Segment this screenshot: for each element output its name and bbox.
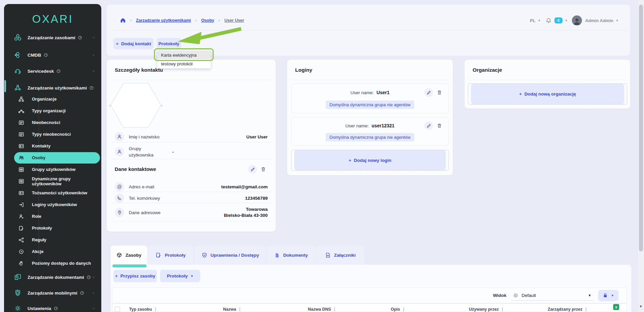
chevron-down-icon — [91, 53, 96, 57]
tab-label: Dokumenty — [283, 253, 308, 258]
sidebar-item-zarzadzanie-dokumentami[interactable]: Zarządzanie dokumentami — [4, 269, 101, 285]
scrollbar-thumb[interactable] — [639, 5, 643, 251]
divider — [468, 80, 627, 80]
sidebar-item-label: Protokoły — [32, 226, 52, 231]
sidebar-item-zarzadzanie-zasobami[interactable]: Zarządzanie zasobami — [4, 29, 101, 46]
contact-data-actions — [248, 165, 268, 174]
contact-details-card: Szczegóły kontaktu ‹ › Imię i nazwisko U… — [107, 60, 276, 232]
language-selector[interactable]: PL — [530, 18, 536, 23]
edit-icon[interactable] — [424, 121, 433, 130]
scrollbar[interactable]: ▼ — [638, 0, 644, 312]
column-header[interactable]: Używany przez⋮ — [469, 307, 504, 312]
headset-icon — [14, 67, 21, 75]
next-arrow-icon[interactable]: › — [161, 103, 162, 108]
notification-badge[interactable]: 0 — [554, 17, 562, 23]
menu-item-testowy-protokol[interactable]: testowy protokół — [157, 59, 211, 68]
tab-uprawnienia[interactable]: Uprawnienia / Dostępy — [195, 246, 266, 265]
gear-icon — [14, 305, 21, 312]
divider — [110, 80, 272, 80]
column-header[interactable]: Nazwa DNS⋮ — [308, 307, 336, 312]
username-label: User name: — [351, 90, 374, 95]
plus-icon: + — [115, 273, 118, 278]
gauge-icon — [54, 306, 58, 311]
caret-down-icon[interactable]: ▾ — [566, 19, 567, 22]
assign-assets-label: Przypisz zasoby — [120, 273, 155, 278]
sidebar-item-cmdb[interactable]: CMDB — [4, 47, 101, 63]
card-lines-icon — [18, 131, 24, 137]
caret-down-icon[interactable]: ▾ — [538, 19, 540, 22]
field-value: TowarowaBielsko-Biała 43-300 — [224, 206, 268, 219]
sidebar-item-akcje[interactable]: Akcje — [4, 246, 101, 257]
export-excel-icon[interactable]: x — [613, 304, 619, 310]
delete-icon[interactable] — [435, 121, 444, 130]
tab-protokoly[interactable]: Protokoły — [148, 246, 194, 265]
sidebar-item-nieobecnosci[interactable]: Nieobecności — [4, 117, 101, 128]
sidebar-item-label: Reguły — [32, 237, 46, 242]
column-header[interactable]: Nazwa⋮ — [223, 307, 241, 312]
tab-label: Uprawnienia / Dostępy — [211, 253, 259, 258]
home-icon[interactable] — [120, 17, 126, 23]
breadcrumb-link-osoby[interactable]: Osoby — [201, 18, 214, 23]
hex-cluster-icon — [14, 34, 21, 41]
column-menu-icon[interactable]: ⋮ — [333, 307, 336, 312]
protocols-button[interactable]: Protokoły — [157, 38, 181, 49]
sidebar-item-osoby[interactable]: Osoby — [4, 152, 101, 164]
person-role-icon — [18, 213, 24, 219]
sidebar-item-role[interactable]: Role — [4, 210, 101, 222]
caret-down-icon[interactable]: ▾ — [616, 19, 618, 22]
add-organization-button[interactable]: + Dodaj nową organizację — [471, 84, 624, 104]
sidebar-item-protokoly[interactable]: Protokoły — [4, 222, 101, 234]
active-tab-indicator — [112, 264, 147, 267]
sidebar-item-kontakty[interactable]: Kontakty — [4, 140, 101, 152]
breadcrumb-link-users[interactable]: Zarządzanie użytkownikami — [136, 18, 191, 23]
protocols-dropdown: Karta ewidencyjna testowy protokół — [157, 50, 211, 68]
field-value: - — [172, 149, 174, 154]
chevron-down-icon — [91, 291, 96, 295]
hexagon-avatar — [111, 82, 161, 128]
breadcrumb-separator: › — [219, 18, 220, 23]
column-header[interactable]: Zarządzany przez⋮ — [548, 307, 588, 312]
sidebar-item-typy-nieobecnosci[interactable]: Typy nieobecności — [4, 128, 101, 140]
person-icon — [115, 147, 124, 157]
column-menu-icon[interactable]: ⋮ — [500, 307, 504, 312]
column-menu-icon[interactable]: ⋮ — [238, 307, 241, 312]
user-name[interactable]: Admin Admin — [585, 18, 613, 23]
sidebar-item-poziomy-dostepu[interactable]: Poziomy dostępu do danych — [4, 257, 101, 269]
sidebar-item-zarzadzanie-mobilnymi[interactable]: Zarządzanie mobilnymi — [4, 285, 101, 301]
sidebar-item-servicedesk[interactable]: Servicedesk — [4, 63, 101, 79]
avatar[interactable] — [572, 15, 582, 25]
sidebar-item-tozsamosci[interactable]: Tożsamości użytkowników — [4, 187, 101, 199]
sidebar-item-grupy-uzytkownikow[interactable]: Grupy użytkowników — [4, 164, 101, 175]
bell-icon[interactable] — [546, 18, 551, 23]
scrollbar-down-arrow[interactable]: ▼ — [639, 304, 643, 308]
column-header[interactable]: Opis⋮ — [391, 307, 406, 312]
sidebar-item-loginy[interactable]: Loginy użytkowników — [4, 199, 101, 210]
sidebar-item-dynamiczne-grupy[interactable]: Dynamiczne grupy użytkowników — [4, 175, 101, 187]
select-all-checkbox[interactable] — [115, 307, 120, 312]
add-contact-button[interactable]: + Dodaj kontakt — [113, 38, 154, 49]
lock-view-button[interactable]: ▼ — [598, 290, 619, 301]
tab-dokumenty[interactable]: Dokumenty — [267, 246, 316, 265]
divider — [290, 80, 449, 80]
column-menu-icon[interactable]: ⋮ — [154, 307, 157, 312]
view-select[interactable]: Default ▼ — [511, 291, 593, 301]
column-menu-icon[interactable]: ⋮ — [402, 307, 406, 312]
tab-label: Protokoły — [165, 253, 185, 258]
tab-zasoby[interactable]: Zasoby — [111, 246, 147, 265]
delete-icon[interactable] — [435, 88, 444, 97]
add-login-button[interactable]: + Dodaj nowy login — [294, 150, 446, 170]
assign-assets-button[interactable]: + Przypisz zasoby — [113, 270, 157, 282]
menu-item-karta-ewidencyjna[interactable]: Karta ewidencyjna — [157, 51, 211, 59]
sidebar-item-ustawienia[interactable]: Ustawienia — [4, 300, 101, 312]
edit-icon[interactable] — [424, 88, 433, 97]
delete-icon[interactable] — [259, 165, 268, 174]
card-lines-icon — [18, 120, 24, 125]
tab-zalaczniki[interactable]: Załączniki — [316, 246, 364, 265]
column-header[interactable]: Typ zasobu⋮ — [129, 307, 157, 312]
column-menu-icon[interactable]: ⋮ — [584, 307, 588, 312]
sidebar-item-reguly[interactable]: Reguły — [4, 234, 101, 246]
sidebar-item-typy-organizacji[interactable]: Typy organizacji — [4, 105, 101, 117]
assets-protocols-dropdown-button[interactable]: Protokoły ▼ — [160, 270, 200, 282]
sidebar-item-organizacje[interactable]: Organizacje — [4, 93, 101, 105]
edit-icon[interactable] — [248, 165, 257, 174]
